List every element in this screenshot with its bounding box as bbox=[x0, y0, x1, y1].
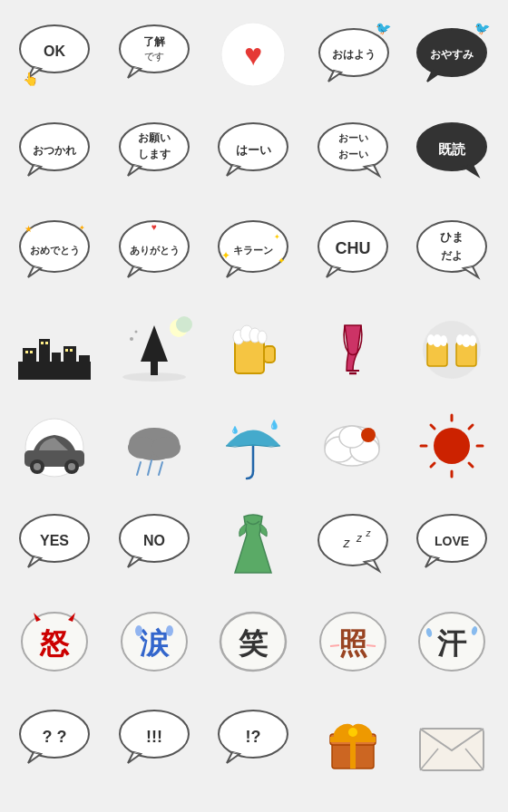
svg-marker-13 bbox=[328, 71, 341, 82]
svg-marker-36 bbox=[365, 165, 379, 176]
svg-point-126 bbox=[361, 428, 376, 442]
svg-point-101 bbox=[427, 334, 435, 345]
svg-text:CHU: CHU bbox=[335, 239, 370, 257]
svg-text:涙: 涙 bbox=[140, 627, 171, 660]
cell-kira[interactable]: キラーン ✦ ✦ ✦ bbox=[208, 205, 298, 295]
cell-question[interactable]: ? ? bbox=[9, 694, 100, 785]
svg-marker-67 bbox=[464, 266, 478, 277]
svg-marker-63 bbox=[327, 266, 339, 277]
cell-ohayo[interactable]: おはよう 🐦 bbox=[308, 9, 398, 100]
svg-marker-173 bbox=[28, 752, 41, 763]
svg-text:おーい: おーい bbox=[337, 149, 367, 160]
svg-marker-45 bbox=[28, 266, 41, 277]
cell-sun-red bbox=[406, 401, 497, 491]
svg-text:♥: ♥ bbox=[244, 37, 262, 72]
svg-marker-32 bbox=[227, 165, 239, 176]
svg-text:汗: 汗 bbox=[437, 627, 467, 660]
cell-car bbox=[9, 401, 100, 491]
cell-exclaim3[interactable]: !!! bbox=[109, 694, 200, 785]
svg-marker-56 bbox=[227, 266, 239, 277]
svg-text:笑: 笑 bbox=[238, 627, 269, 660]
sticker-grid: OK 👆 了解 です ♥ おはよう 🐦 bbox=[9, 9, 499, 785]
svg-text:z: z bbox=[356, 532, 363, 545]
svg-text:します: します bbox=[138, 148, 171, 160]
cell-kidoku[interactable]: 既読 bbox=[406, 107, 497, 198]
cell-otsukare[interactable]: おつかれ bbox=[9, 107, 100, 198]
cell-onegai[interactable]: お願い します bbox=[109, 107, 200, 198]
svg-point-95 bbox=[258, 331, 267, 343]
cell-ryokai[interactable]: 了解 です bbox=[109, 9, 200, 100]
cell-chu[interactable]: CHU bbox=[308, 205, 398, 295]
cell-gift bbox=[308, 694, 398, 785]
svg-marker-151 bbox=[425, 556, 438, 567]
svg-rect-72 bbox=[23, 348, 36, 362]
svg-text:NO: NO bbox=[143, 533, 165, 548]
cell-haa[interactable]: はーい bbox=[208, 107, 298, 198]
svg-point-35 bbox=[318, 123, 387, 170]
svg-rect-81 bbox=[65, 349, 68, 352]
svg-text:おはよう: おはよう bbox=[332, 48, 376, 61]
svg-text:✦: ✦ bbox=[221, 249, 230, 262]
svg-text:!?: !? bbox=[246, 728, 261, 746]
svg-point-102 bbox=[440, 335, 447, 346]
svg-rect-85 bbox=[151, 362, 158, 375]
cell-city-night bbox=[9, 303, 100, 393]
svg-text:おつかれ: おつかれ bbox=[33, 144, 77, 157]
svg-rect-75 bbox=[64, 346, 76, 362]
svg-marker-84 bbox=[141, 325, 168, 362]
cell-ok[interactable]: OK 👆 bbox=[9, 9, 100, 100]
svg-point-125 bbox=[339, 426, 365, 448]
svg-text:怒: 怒 bbox=[39, 627, 70, 660]
svg-rect-91 bbox=[264, 346, 275, 362]
cell-no[interactable]: NO bbox=[109, 498, 200, 589]
svg-marker-18 bbox=[427, 71, 440, 82]
svg-text:はーい: はーい bbox=[236, 143, 271, 157]
cell-arigato[interactable]: ありがとう ♥ bbox=[109, 205, 200, 295]
svg-text:★: ★ bbox=[24, 224, 33, 234]
svg-text:OK: OK bbox=[44, 44, 65, 59]
svg-text:♥: ♥ bbox=[151, 222, 157, 232]
svg-text:ひま: ひま bbox=[440, 230, 464, 244]
cell-heart[interactable]: ♥ bbox=[208, 9, 298, 100]
svg-point-66 bbox=[417, 221, 486, 272]
svg-text:✦: ✦ bbox=[79, 224, 85, 232]
cell-ooi[interactable]: おーい おーい bbox=[308, 107, 398, 198]
cell-night-tree bbox=[109, 303, 200, 393]
svg-text:了解: 了解 bbox=[143, 35, 166, 48]
svg-line-132 bbox=[431, 425, 435, 429]
svg-text:z: z bbox=[342, 536, 350, 550]
cell-dress bbox=[208, 498, 298, 589]
cell-yes[interactable]: YES bbox=[9, 498, 100, 589]
svg-line-166 bbox=[330, 645, 339, 646]
svg-text:既読: 既読 bbox=[438, 141, 466, 157]
svg-marker-177 bbox=[128, 752, 141, 763]
svg-rect-77 bbox=[25, 351, 28, 353]
svg-rect-79 bbox=[41, 342, 44, 344]
cell-hima[interactable]: ひま だよ bbox=[406, 205, 497, 295]
svg-point-89 bbox=[134, 331, 137, 334]
svg-text:? ?: ? ? bbox=[43, 728, 67, 746]
svg-line-167 bbox=[366, 645, 376, 646]
cell-exclaim2[interactable]: !? bbox=[208, 694, 298, 785]
cell-beer bbox=[208, 303, 298, 393]
svg-text:お願い: お願い bbox=[138, 131, 171, 144]
cell-cloud-bumpy bbox=[308, 401, 398, 491]
svg-text:おーい: おーい bbox=[337, 132, 367, 143]
cell-teru: 照 bbox=[308, 596, 398, 687]
cell-wine bbox=[308, 303, 398, 393]
svg-line-116 bbox=[137, 462, 141, 475]
svg-text:!!!: !!! bbox=[146, 728, 162, 746]
cell-letter bbox=[406, 694, 497, 785]
svg-text:照: 照 bbox=[338, 627, 367, 660]
svg-text:👆: 👆 bbox=[23, 72, 39, 87]
svg-marker-181 bbox=[227, 752, 239, 763]
svg-rect-80 bbox=[45, 342, 48, 344]
cell-oyasumi[interactable]: おやすみ 🐦 bbox=[406, 9, 497, 100]
cell-omedeto[interactable]: おめでとう ★ ✦ bbox=[9, 205, 100, 295]
svg-marker-27 bbox=[128, 165, 141, 176]
cell-love[interactable]: LOVE bbox=[406, 498, 497, 589]
cell-umbrella: 💧 💧 bbox=[208, 401, 298, 491]
cell-sleep[interactable]: z z z bbox=[308, 498, 398, 589]
cell-cheers bbox=[406, 303, 497, 393]
svg-point-144 bbox=[318, 515, 387, 566]
